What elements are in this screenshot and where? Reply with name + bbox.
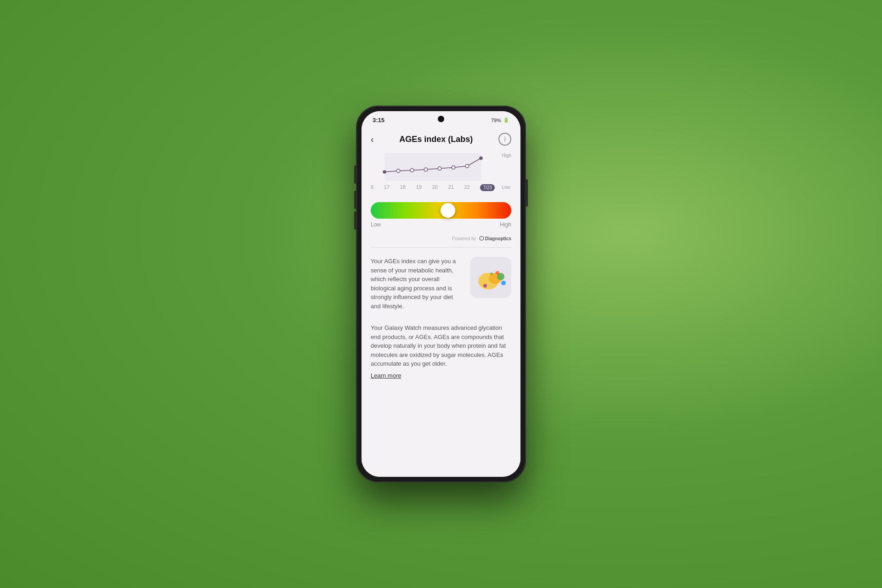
page-title: AGEs index (Labs) <box>399 135 473 144</box>
app-content: ‹ AGEs index (Labs) i High Low <box>362 125 520 477</box>
svg-point-4 <box>424 168 428 171</box>
gauge-section: Low High <box>362 191 520 232</box>
divider <box>371 247 511 248</box>
chart-x-labels: 6 17 18 19 20 21 22 7/23 <box>371 182 495 191</box>
chart-label-20: 20 <box>432 184 438 191</box>
powered-by: Powered by Diagnoptics <box>362 232 520 245</box>
svg-point-2 <box>396 169 400 173</box>
chart-svg <box>371 153 495 181</box>
svg-point-13 <box>483 284 487 288</box>
svg-point-1 <box>383 170 386 174</box>
gauge-low-label: Low <box>371 221 381 228</box>
info-text-1: Your AGEs index can give you a sense of … <box>371 257 464 311</box>
powered-by-text: Powered by <box>452 236 476 241</box>
info-text-block: Your AGEs index can give you a sense of … <box>371 257 464 316</box>
gauge-high-label: High <box>500 221 511 228</box>
top-nav: ‹ AGEs index (Labs) i <box>362 125 520 149</box>
chart-label-19: 19 <box>416 184 422 191</box>
camera-cutout <box>438 116 444 122</box>
powered-by-logo: Diagnoptics <box>479 235 511 242</box>
chart-label-18: 18 <box>400 184 406 191</box>
chart-label-active: 7/23 <box>480 184 494 191</box>
phone-screen: 3:15 79% 🔋 ‹ AGEs index (Labs) i <box>362 111 520 477</box>
svg-point-14 <box>496 271 499 275</box>
chart-label-17: 17 <box>384 184 390 191</box>
chart-label-6: 6 <box>371 184 373 191</box>
status-bar: 3:15 79% 🔋 <box>362 111 520 125</box>
status-battery: 79% <box>491 118 501 123</box>
svg-point-12 <box>501 281 506 285</box>
gauge-thumb <box>441 203 455 218</box>
info-icon: i <box>504 136 505 143</box>
chart-section: High Low <box>362 149 520 191</box>
chart-y-high: High <box>502 153 511 158</box>
chart-label-21: 21 <box>448 184 454 191</box>
info-button[interactable]: i <box>498 133 511 146</box>
back-icon: ‹ <box>371 134 374 144</box>
gauge-labels: Low High <box>371 221 511 228</box>
chart-label-22: 22 <box>464 184 470 191</box>
status-icons: 79% 🔋 <box>491 117 509 123</box>
svg-point-15 <box>490 272 493 275</box>
svg-point-6 <box>452 166 455 170</box>
svg-point-7 <box>465 164 469 168</box>
phone-shell: 3:15 79% 🔋 ‹ AGEs index (Labs) i <box>356 106 526 482</box>
info-paragraph-2: Your Galaxy Watch measures advanced glyc… <box>362 323 520 383</box>
info-section-1: Your AGEs index can give you a sense of … <box>362 249 520 323</box>
info-image <box>470 257 511 298</box>
molecule-illustration <box>472 259 509 296</box>
chart-y-low: Low <box>502 185 511 190</box>
gauge-bar <box>371 202 511 219</box>
svg-point-5 <box>438 167 441 170</box>
svg-point-8 <box>479 157 483 160</box>
learn-more-link[interactable]: Learn more <box>371 372 401 379</box>
battery-icon: 🔋 <box>503 117 509 123</box>
info-text-2: Your Galaxy Watch measures advanced glyc… <box>371 323 511 368</box>
status-time: 3:15 <box>373 117 384 124</box>
back-button[interactable]: ‹ <box>371 134 374 145</box>
svg-point-3 <box>410 169 414 172</box>
